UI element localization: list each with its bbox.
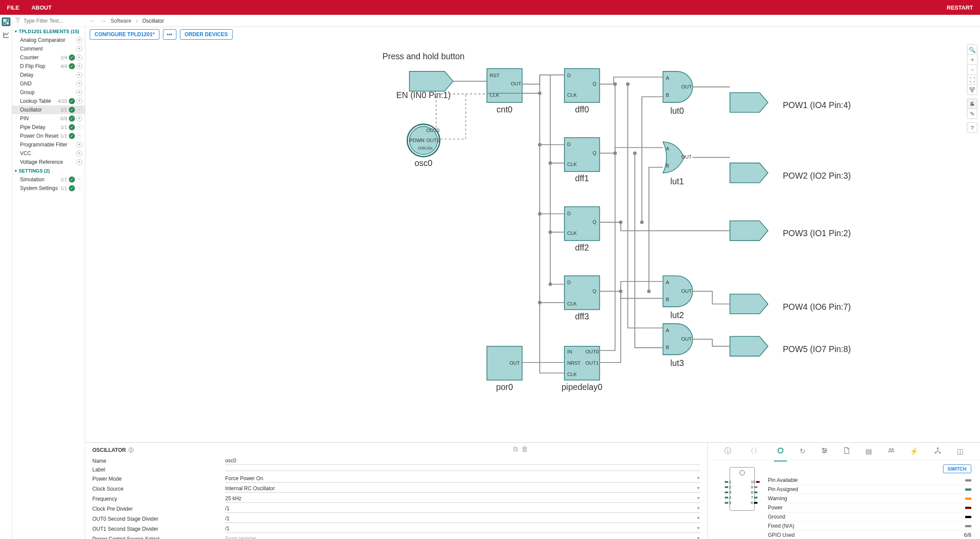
tab-history-icon[interactable]: ↻ <box>800 447 805 455</box>
tree-item[interactable]: Simulation1/1✓+ <box>12 175 85 184</box>
block-pow4[interactable]: POW4 (IO6 Pin:7) <box>730 294 851 314</box>
property-input[interactable] <box>225 469 700 471</box>
tree-item[interactable]: Power On Reset1/1✓+ <box>12 132 85 140</box>
about-menu[interactable]: ABOUT <box>31 4 51 11</box>
order-devices-button[interactable]: ORDER DEVICES <box>180 29 233 40</box>
tree-item[interactable]: Programmable Filter+ <box>12 140 85 149</box>
tree-item[interactable]: Oscillator1/1✓+ <box>12 105 85 114</box>
schematic-canvas[interactable]: .blk { fill:#a8d5d5; stroke:#2b7a78; str… <box>85 42 980 442</box>
add-icon[interactable]: + <box>76 150 82 156</box>
tab-network-icon[interactable] <box>934 447 941 456</box>
block-lut1[interactable]: A B OUT lut1 <box>663 142 692 186</box>
element-tree[interactable]: ▾ TPLD1201 ELEMENTS (15) Analog Comparat… <box>12 27 85 539</box>
file-menu[interactable]: FILE <box>7 4 19 11</box>
route-icon[interactable]: S̶ <box>967 98 977 109</box>
tab-info-icon[interactable]: ⓘ <box>724 447 731 456</box>
tree-item[interactable]: System Settings1/1✓+ <box>12 184 85 193</box>
switch-button[interactable]: SWITCH <box>943 464 971 473</box>
tree-item[interactable]: Group+ <box>12 88 85 97</box>
add-icon[interactable]: + <box>76 63 82 69</box>
tab-pulse-icon[interactable] <box>888 447 895 455</box>
block-lut0[interactable]: A B OUT lut0 <box>663 71 693 115</box>
zoom-search-icon[interactable]: 🔍 <box>967 44 977 55</box>
block-por0[interactable]: OUT por0 <box>487 346 522 392</box>
block-pow5[interactable]: POW5 (IO7 Pin:8) <box>730 336 851 356</box>
tree-item[interactable]: Comment+ <box>12 44 85 53</box>
blocks-view-icon[interactable] <box>2 17 10 26</box>
tree-group-elements[interactable]: ▾ TPLD1201 ELEMENTS (15) <box>12 27 85 36</box>
add-icon[interactable]: + <box>76 159 82 165</box>
tab-bolt-icon[interactable]: ⚡ <box>910 447 919 455</box>
block-lut2[interactable]: A B OUT lut2 <box>663 276 693 320</box>
add-icon[interactable]: + <box>76 115 82 122</box>
copy-icon[interactable]: ⧉ <box>513 445 518 453</box>
block-dff0[interactable]: D Q CLK dff0 <box>564 68 600 114</box>
tree-item[interactable]: Counter1/4✓+ <box>12 53 85 62</box>
filter-icon[interactable] <box>15 17 21 24</box>
tree-item[interactable]: VCC+ <box>12 149 85 158</box>
nav-forward-icon[interactable]: → <box>100 17 106 24</box>
add-icon[interactable]: + <box>76 98 82 104</box>
zoom-in-icon[interactable]: ＋ <box>967 54 977 65</box>
block-en[interactable]: EN (IN0 Pin:1) <box>396 71 453 100</box>
tree-group-settings[interactable]: ▾ SETTINGS (2) <box>12 166 85 175</box>
tab-grid-icon[interactable]: ▤ <box>865 447 872 455</box>
block-pow1[interactable]: POW1 (IO4 Pin:4) <box>730 92 851 112</box>
help-icon[interactable]: ? <box>967 122 977 133</box>
tab-file-icon[interactable] <box>844 447 850 456</box>
tab-code-icon[interactable]: 〈〉 <box>747 447 761 456</box>
tree-item[interactable]: PIN6/8✓+ <box>12 114 85 123</box>
block-lut3[interactable]: A B OUT lut3 <box>663 324 693 368</box>
configure-button[interactable]: CONFIGURE TPLD1201* <box>90 29 159 40</box>
add-icon[interactable]: + <box>76 142 82 148</box>
more-actions-button[interactable]: ••• <box>163 29 176 40</box>
add-icon[interactable]: + <box>76 54 82 61</box>
tab-panel-icon[interactable]: ◫ <box>957 447 963 455</box>
tab-icons: ⓘ 〈〉 ↻ ▤ ⚡ <box>708 443 980 460</box>
property-input[interactable]: osc0 <box>225 457 700 465</box>
tree-item[interactable]: D Flip Flop4/4✓+ <box>12 62 85 71</box>
tree-item[interactable]: GND+ <box>12 79 85 88</box>
restart-button[interactable]: RESTART <box>947 4 973 11</box>
property-select[interactable]: Internal RC Oscillator <box>225 485 700 493</box>
tree-item[interactable]: Lookup Table4/10✓+ <box>12 97 85 105</box>
left-icon-strip <box>0 15 12 539</box>
tab-sliders-icon[interactable] <box>821 447 828 456</box>
property-select[interactable]: /1 <box>225 525 700 533</box>
property-select[interactable]: 25 kHz <box>225 495 700 503</box>
block-pow2[interactable]: POW2 (IO2 Pin:3) <box>730 163 851 183</box>
add-icon[interactable]: + <box>76 46 82 52</box>
properties-panel: ⧉ 🗑 OSCILLATOR i Nameosc0LabelPower Mode… <box>85 443 708 539</box>
add-icon[interactable]: + <box>76 72 82 78</box>
tree-item[interactable]: Pipe Delay1/1✓+ <box>12 123 85 132</box>
tree-item[interactable]: Voltage Reference+ <box>12 158 85 166</box>
edit-icon[interactable]: ✎ <box>967 108 977 119</box>
add-icon[interactable]: + <box>76 89 82 95</box>
layout-icon[interactable] <box>967 85 977 95</box>
property-select[interactable]: Force Power On <box>225 475 700 483</box>
crumb-software[interactable]: Software <box>111 18 131 24</box>
svg-text:D: D <box>567 280 571 285</box>
nav-back-icon[interactable]: ← <box>90 17 96 24</box>
delete-icon[interactable]: 🗑 <box>521 445 528 453</box>
block-pipedelay0[interactable]: IN OUT0 NRST OUT1 CLK pipedelay0 <box>561 346 602 392</box>
zoom-out-icon[interactable]: － <box>967 64 977 75</box>
add-icon[interactable]: + <box>76 81 82 87</box>
chart-view-icon[interactable] <box>2 31 10 39</box>
tree-item[interactable]: Analog Comparator+ <box>12 36 85 44</box>
block-dff1[interactable]: D Q CLK dff1 <box>564 138 600 183</box>
info-icon[interactable]: i <box>128 447 134 453</box>
block-dff2[interactable]: D Q CLK dff2 <box>564 207 600 252</box>
tree-item[interactable]: Delay+ <box>12 71 85 79</box>
block-cnt0[interactable]: RST OUT CLK cnt0 <box>487 68 522 114</box>
block-dff3[interactable]: D Q CLK dff3 <box>564 276 600 321</box>
breadcrumb-bar: ← → Software › Oscillator <box>85 15 980 27</box>
property-select[interactable]: /1 <box>225 505 700 513</box>
block-osc0[interactable]: OUT0 PDWN OUT1 OSC/2x osc0 <box>407 124 439 167</box>
filter-input[interactable] <box>24 18 89 24</box>
block-pow3[interactable]: POW3 (IO1 Pin:2) <box>730 221 851 241</box>
add-icon[interactable]: + <box>76 37 82 43</box>
zoom-fit-icon[interactable]: ⛶ <box>967 75 977 85</box>
property-select[interactable]: /1 <box>225 515 700 523</box>
tab-chip-icon[interactable] <box>777 447 784 456</box>
